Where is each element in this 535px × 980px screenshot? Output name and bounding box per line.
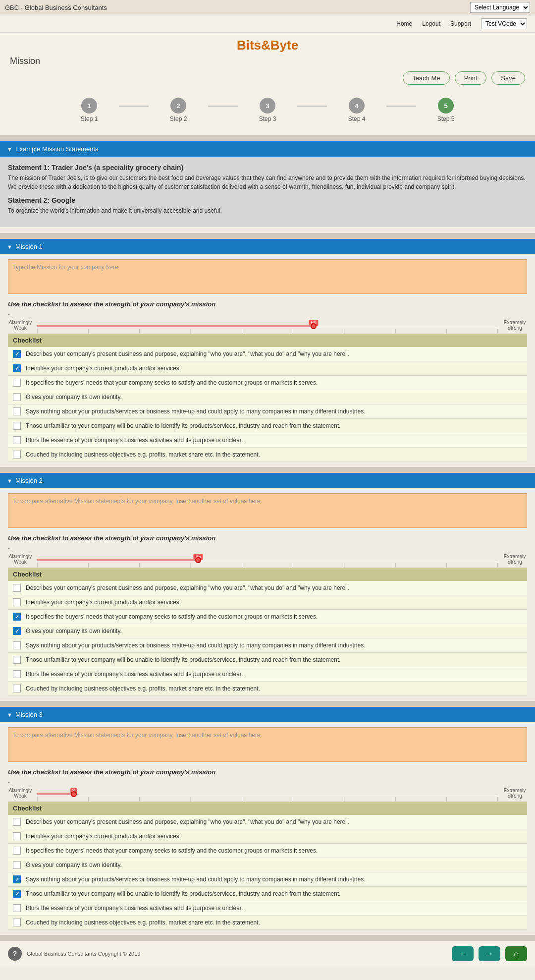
checklist-checkbox[interactable] (13, 818, 21, 826)
mission1-header[interactable]: ▼ Mission 1 (0, 239, 535, 254)
example-section-wrapper: ▼ Example Mission Statements Statement 1… (0, 141, 535, 227)
mission3-wrapper: ▼ Mission 3 Use the checklist to assess … (0, 707, 535, 935)
mission1-checklist: Describes your company's present busines… (8, 347, 527, 462)
footer: ? Global Business Consultants Copyright … (0, 941, 535, 966)
checklist-item-text: Identifies your company's current produc… (26, 832, 522, 841)
checklist-item-text: Says nothing about your products/service… (26, 641, 522, 650)
checklist-checkbox[interactable] (13, 890, 21, 898)
checklist-item-text: Those unfamiliar to your company will be… (26, 421, 522, 430)
checklist-item-text: Couched by including business objectives… (26, 684, 522, 693)
checklist-checkbox[interactable] (13, 451, 21, 459)
checklist-row: Those unfamiliar to your company will be… (8, 419, 527, 433)
teach-me-button[interactable]: Teach Me (403, 71, 449, 85)
checklist-item-text: Gives your company its own identity. (26, 861, 522, 869)
step-circle-5: 5 (438, 98, 454, 114)
mission2-checklist: Describes your company's present busines… (8, 581, 527, 696)
checklist-checkbox[interactable] (13, 919, 21, 926)
mission2-title: Mission 2 (15, 477, 43, 484)
checklist-item-text: Blurs the essence of your company's busi… (26, 670, 522, 679)
checklist-checkbox[interactable] (13, 832, 21, 840)
header-buttons: Teach Me Print Save (10, 71, 525, 85)
checklist-checkbox[interactable] (13, 656, 21, 664)
checklist-checkbox[interactable] (13, 861, 21, 869)
mission1-slider-fill (37, 325, 314, 327)
checklist-row: Describes your company's present busines… (8, 581, 527, 595)
checklist-row: Blurs the essence of your company's busi… (8, 433, 527, 448)
checklist-row: Gives your company its own identity. (8, 624, 527, 638)
checklist-checkbox[interactable] (13, 422, 21, 430)
step-item-3[interactable]: 3 Step 3 (238, 98, 297, 122)
checklist-checkbox[interactable] (13, 350, 21, 358)
checklist-row: Describes your company's present busines… (8, 815, 527, 829)
mission1-content: Use the checklist to assess the strength… (0, 254, 535, 467)
mission2-chevron-icon: ▼ (7, 478, 12, 484)
step-label-4: Step 4 (348, 115, 366, 122)
mission2-textarea[interactable] (8, 493, 527, 528)
checklist-checkbox[interactable] (13, 584, 21, 592)
test-vcode-select[interactable]: Test VCode (481, 18, 527, 29)
checklist-checkbox[interactable] (13, 641, 21, 649)
checklist-checkbox[interactable] (13, 904, 21, 912)
print-button[interactable]: Print (455, 71, 487, 85)
step-connector-3 (297, 106, 327, 107)
mission2-assess-title: Use the checklist to assess the strength… (8, 534, 527, 542)
step-item-1[interactable]: 1 Step 1 (59, 98, 119, 122)
checklist-checkbox[interactable] (13, 613, 21, 621)
checklist-item-text: It specifies the buyers' needs that your… (26, 846, 522, 855)
checklist-checkbox[interactable] (13, 670, 21, 678)
mission2-content: Use the checklist to assess the strength… (0, 488, 535, 701)
checklist-checkbox[interactable] (13, 627, 21, 635)
checklist-row: Identifies your company's current produc… (8, 829, 527, 844)
example-section-header[interactable]: ▼ Example Mission Statements (0, 141, 535, 157)
checklist-checkbox[interactable] (13, 875, 21, 883)
mission3-textarea[interactable] (8, 727, 527, 762)
checklist-item-text: Those unfamiliar to your company will be… (26, 655, 522, 664)
checklist-item-text: Says nothing about your products/service… (26, 875, 522, 884)
brand-title: Bits&Byte (10, 38, 525, 53)
mission3-header[interactable]: ▼ Mission 3 (0, 707, 535, 722)
checklist-row: Identifies your company's current produc… (8, 595, 527, 610)
language-select[interactable]: Select Language (470, 2, 530, 13)
checklist-checkbox[interactable] (13, 847, 21, 855)
checklist-checkbox[interactable] (13, 598, 21, 606)
checklist-row: It specifies the buyers' needs that your… (8, 610, 527, 624)
mission2-header[interactable]: ▼ Mission 2 (0, 473, 535, 488)
checklist-checkbox[interactable] (13, 364, 21, 372)
checklist-item-text: Describes your company's present busines… (26, 817, 522, 826)
mission1-textarea[interactable] (8, 259, 527, 294)
mission3-chevron-icon: ▼ (7, 712, 12, 718)
nav-forward-button[interactable]: → (479, 946, 500, 961)
checklist-item-text: Couched by including business objectives… (26, 450, 522, 459)
checklist-item-text: Couched by including business objectives… (26, 918, 522, 927)
mission2-strong-label: ExtremelyStrong (502, 554, 527, 565)
step-circle-1: 1 (81, 98, 97, 114)
nav-home[interactable]: Home (396, 20, 412, 27)
checklist-checkbox[interactable] (13, 685, 21, 692)
checklist-row: Couched by including business objectives… (8, 916, 527, 930)
checklist-item-text: Identifies your company's current produc… (26, 364, 522, 373)
nav-back-button[interactable]: ← (452, 946, 474, 961)
step-connector-1 (119, 106, 149, 107)
nav-logout[interactable]: Logout (422, 20, 440, 27)
statement2-text: To organize the world's information and … (8, 206, 527, 215)
mission1-strong-label: ExtremelyStrong (502, 320, 527, 331)
steps-container: 1 Step 1 2 Step 2 3 Step 3 4 Step 4 5 St… (10, 93, 525, 132)
page-title: Mission (10, 56, 525, 66)
nav-home-button[interactable]: ⌂ (505, 946, 527, 961)
checklist-checkbox[interactable] (13, 436, 21, 444)
checklist-checkbox[interactable] (13, 379, 21, 387)
save-button[interactable]: Save (491, 71, 525, 85)
step-circle-4: 4 (349, 98, 365, 114)
step-connector-2 (208, 106, 238, 107)
step-label-2: Step 2 (170, 115, 187, 122)
statement1-text: The mission of Trader Joe's, is to give … (8, 173, 527, 191)
checklist-checkbox[interactable] (13, 407, 21, 415)
step-item-2[interactable]: 2 Step 2 (149, 98, 208, 122)
mission3-weak-label: AlarminglyWeak (8, 788, 33, 799)
step-item-5[interactable]: 5 Step 5 (416, 98, 476, 122)
checklist-checkbox[interactable] (13, 393, 21, 401)
step-item-4[interactable]: 4 Step 4 (327, 98, 386, 122)
nav-support[interactable]: Support (450, 20, 471, 27)
help-button[interactable]: ? (8, 947, 22, 961)
checklist-row: Couched by including business objectives… (8, 448, 527, 462)
